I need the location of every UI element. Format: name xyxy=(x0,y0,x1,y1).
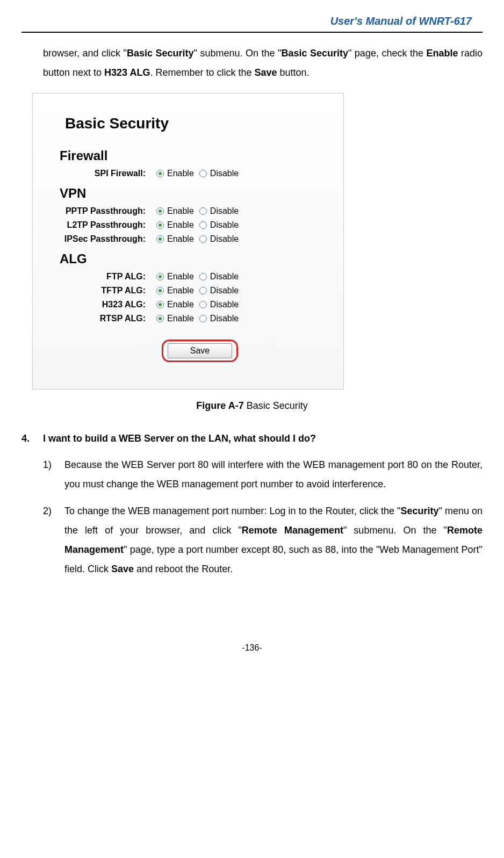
figure-number: Figure A-7 xyxy=(196,400,243,411)
radio-label: Disable xyxy=(210,206,239,216)
radio-h323-disable[interactable]: Disable xyxy=(199,300,239,309)
row-l2tp: L2TP Passthrough: Enable Disable xyxy=(54,220,322,230)
label-rtsp-alg: RTSP ALG: xyxy=(54,314,156,323)
item-number: 1) xyxy=(43,455,64,494)
alg-heading: ALG xyxy=(60,251,322,266)
text-bold: Remote Management xyxy=(242,525,343,536)
radio-h323-enable[interactable]: Enable xyxy=(156,300,194,309)
radio-rtsp-enable[interactable]: Enable xyxy=(156,314,194,323)
radio-icon xyxy=(199,235,207,243)
radio-l2tp-enable[interactable]: Enable xyxy=(156,220,194,230)
radio-icon xyxy=(199,301,207,308)
radio-label: Enable xyxy=(167,272,194,282)
text: button. xyxy=(277,67,309,78)
radio-label: Enable xyxy=(167,169,194,178)
radio-spi-disable[interactable]: Disable xyxy=(199,169,239,178)
label-tftp-alg: TFTP ALG: xyxy=(54,286,156,295)
text: " submenu. On the " xyxy=(343,525,447,536)
radio-label: Disable xyxy=(210,286,239,295)
text-bold: Save xyxy=(255,67,277,78)
row-spi-firewall: SPI Firewall: Enable Disable xyxy=(54,169,322,178)
radio-label: Enable xyxy=(167,206,194,216)
radio-icon xyxy=(156,273,164,280)
radio-spi-enable[interactable]: Enable xyxy=(156,169,194,178)
save-highlight: Save xyxy=(162,340,238,362)
page-number: -136- xyxy=(21,643,483,653)
radio-l2tp-disable[interactable]: Disable xyxy=(199,220,239,230)
radio-icon xyxy=(199,273,207,280)
intro-paragraph: browser, and click "Basic Security" subm… xyxy=(43,44,483,82)
radio-label: Enable xyxy=(167,300,194,309)
radio-icon xyxy=(156,287,164,294)
item-number: 2) xyxy=(43,501,64,579)
text-bold: Enable xyxy=(426,48,458,59)
radio-ipsec-enable[interactable]: Enable xyxy=(156,234,194,244)
radio-ftp-enable[interactable]: Enable xyxy=(156,272,194,282)
list-item: 1) Because the WEB Server port 80 will i… xyxy=(43,455,483,494)
radio-label: Enable xyxy=(167,286,194,295)
radio-icon xyxy=(156,235,164,243)
radio-icon xyxy=(156,301,164,308)
label-pptp: PPTP Passthrough: xyxy=(54,206,156,216)
text-bold: Save xyxy=(111,564,134,574)
text-bold: Basic Security xyxy=(127,48,194,59)
radio-icon xyxy=(199,221,207,229)
figure-text: Basic Security xyxy=(244,400,308,411)
basic-security-screenshot: Basic Security Firewall SPI Firewall: En… xyxy=(32,93,344,390)
save-button[interactable]: Save xyxy=(168,343,232,358)
radio-tftp-disable[interactable]: Disable xyxy=(199,286,239,295)
text-bold: H323 ALG xyxy=(104,67,150,78)
text: " submenu. On the " xyxy=(194,48,282,59)
manual-title: User's Manual of WNRT-617 xyxy=(21,11,483,27)
row-tftp-alg: TFTP ALG: Enable Disable xyxy=(54,286,322,295)
radio-icon xyxy=(156,315,164,322)
radio-label: Enable xyxy=(167,234,194,244)
row-h323-alg: H323 ALG: Enable Disable xyxy=(54,300,322,309)
list-item: 2) To change the WEB management port num… xyxy=(43,501,483,579)
label-l2tp: L2TP Passthrough: xyxy=(54,220,156,230)
radio-label: Enable xyxy=(167,314,194,323)
vpn-heading: VPN xyxy=(60,186,322,201)
figure-caption: Figure A-7 Basic Security xyxy=(21,400,483,412)
screenshot-title: Basic Security xyxy=(65,115,322,132)
radio-icon xyxy=(199,315,207,322)
row-ipsec: IPSec Passthrough: Enable Disable xyxy=(54,234,322,244)
radio-icon xyxy=(156,221,164,229)
radio-icon xyxy=(199,170,207,177)
item-text: To change the WEB management port number… xyxy=(64,501,483,579)
question-text: I want to build a WEB Server on the LAN,… xyxy=(43,433,316,444)
item-text: Because the WEB Server port 80 will inte… xyxy=(64,455,483,494)
radio-label: Enable xyxy=(167,220,194,230)
label-h323-alg: H323 ALG: xyxy=(54,300,156,309)
save-area: Save xyxy=(162,340,322,362)
question-number: 4. xyxy=(21,433,43,444)
text: browser, and click " xyxy=(43,48,127,59)
text-bold: Security xyxy=(400,506,438,516)
radio-ipsec-disable[interactable]: Disable xyxy=(199,234,239,244)
answer-list: 1) Because the WEB Server port 80 will i… xyxy=(43,455,483,579)
radio-rtsp-disable[interactable]: Disable xyxy=(199,314,239,323)
header-rule xyxy=(21,32,483,33)
radio-tftp-enable[interactable]: Enable xyxy=(156,286,194,295)
row-ftp-alg: FTP ALG: Enable Disable xyxy=(54,272,322,282)
label-ftp-alg: FTP ALG: xyxy=(54,272,156,282)
question-4-heading: 4. I want to build a WEB Server on the L… xyxy=(21,433,483,444)
text-bold: Basic Security xyxy=(281,48,348,59)
label-ipsec: IPSec Passthrough: xyxy=(54,234,156,244)
radio-label: Disable xyxy=(210,300,239,309)
text: and reboot the Router. xyxy=(134,564,233,574)
firewall-heading: Firewall xyxy=(60,148,322,163)
radio-label: Disable xyxy=(210,220,239,230)
radio-pptp-disable[interactable]: Disable xyxy=(199,206,239,216)
radio-label: Disable xyxy=(210,314,239,323)
text: . Remember to click the xyxy=(150,67,254,78)
radio-icon xyxy=(156,207,164,215)
radio-icon xyxy=(199,287,207,294)
label-spi-firewall: SPI Firewall: xyxy=(54,169,156,178)
radio-pptp-enable[interactable]: Enable xyxy=(156,206,194,216)
radio-label: Disable xyxy=(210,272,239,282)
text: " page, check the xyxy=(348,48,426,59)
radio-ftp-disable[interactable]: Disable xyxy=(199,272,239,282)
radio-icon xyxy=(199,207,207,215)
text: To change the WEB management port number… xyxy=(64,506,400,516)
